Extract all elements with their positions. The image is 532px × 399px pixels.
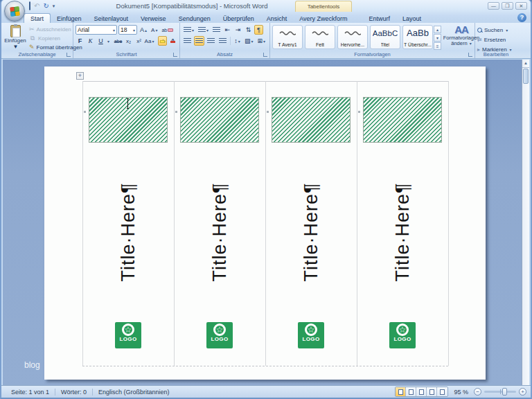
align-center-button[interactable] [194,36,204,46]
table-move-handle[interactable]: + [76,72,84,80]
align-right-button[interactable] [206,36,216,46]
zoom-slider-thumb[interactable] [502,388,507,396]
view-draft-button[interactable] [437,387,447,396]
status-language[interactable]: Englisch (Großbritannien) [93,389,175,396]
close-button[interactable]: ✕ [515,2,527,10]
font-color-button[interactable]: A [168,36,177,46]
subscript-button[interactable]: x₂ [124,36,133,46]
tab-avery-zweckform[interactable]: Avery Zweckform [293,14,353,23]
label-hatch-area[interactable] [272,97,351,143]
multilevel-list-icon [213,27,220,33]
borders-button[interactable]: ⊞▾ [256,36,267,46]
grow-font-button[interactable]: A▴ [139,25,148,35]
dialog-launcher-icon[interactable] [173,53,177,57]
tab-seitenlayout[interactable]: Seitenlayout [88,14,135,23]
dialog-launcher-icon[interactable] [263,53,267,57]
tab-ueberpruefen[interactable]: Überprüfen [217,14,260,23]
logo-placeholder[interactable]: ☆ LOGO [115,322,141,348]
tab-start[interactable]: Start [24,13,51,23]
align-left-button[interactable] [182,36,193,46]
show-formatting-marks-button[interactable]: ¶ [254,25,263,35]
clear-formatting-button[interactable]: ab [160,25,175,35]
vertical-scrollbar[interactable]: ▲ [522,60,529,385]
styles-scroll-down-icon[interactable]: ▾ [434,34,441,42]
format-painter-button[interactable]: ✎ Format übertragen [29,43,71,51]
shading-button[interactable]: ▨▾ [243,36,255,46]
paste-button[interactable]: Einfügen ▼ [3,24,27,50]
cut-button[interactable]: ✂ Ausschneiden [29,25,71,33]
numbering-button[interactable]: ▾ [197,25,210,35]
copy-button[interactable]: ⧉ Kopieren [29,34,71,42]
multilevel-list-button[interactable] [211,25,222,35]
scrollbar-thumb[interactable] [523,69,529,84]
status-word-count[interactable]: Wörter: 0 [55,389,92,396]
style-fett[interactable]: Fett [305,25,335,49]
label-hatch-area[interactable] [89,97,168,143]
zoom-level[interactable]: 95 % [451,389,471,396]
logo-placeholder[interactable]: ☆ LOGO [389,322,416,348]
font-family-combo[interactable]: Arial▾ [76,25,117,35]
document-viewport[interactable]: + Title·Here¶ ☆ LOGO Title·Here¶ ☆ [3,60,529,385]
strikethrough-button[interactable]: abe [114,36,123,46]
shrink-font-button[interactable]: A▾ [150,25,159,35]
zoom-in-button[interactable]: + [519,388,526,396]
superscript-button[interactable]: x² [134,36,143,46]
view-print-layout-button[interactable] [396,387,406,396]
view-web-layout-button[interactable] [416,387,427,396]
view-fullscreen-button[interactable] [406,387,416,396]
bold-button[interactable]: F [76,36,85,46]
zoom-out-button[interactable]: − [474,388,481,396]
label-hatch-area[interactable] [363,97,442,143]
style-hervorheben[interactable]: Hervorhe... [337,25,368,49]
logo-placeholder[interactable]: ☆ LOGO [298,322,324,348]
change-styles-button[interactable]: AA Formatvorlagen ändern ▾ [443,24,479,51]
repeat-button[interactable]: ↻ [43,2,48,10]
tab-einfuegen[interactable]: Einfügen [51,14,88,23]
tab-sendungen[interactable]: Sendungen [172,14,217,23]
label-hatch-area[interactable] [180,97,259,143]
label-title-text[interactable]: Title·Here¶ [209,182,231,281]
dialog-launcher-icon[interactable] [66,53,71,57]
label-title-text[interactable]: Title·Here¶ [392,182,414,281]
style-avery1[interactable]: T Avery1 [272,25,303,49]
status-page-count[interactable]: Seite: 1 von 1 [6,389,55,396]
tab-layout[interactable]: Layout [396,14,427,23]
find-button[interactable]: Suchen ▾ [477,26,515,34]
help-button[interactable]: ? [517,13,526,22]
dialog-launcher-icon[interactable] [468,53,472,57]
decrease-indent-button[interactable]: ⇤ [223,25,232,35]
replace-button[interactable]: ⇄ Ersetzen [477,35,515,44]
scroll-up-icon[interactable]: ▲ [522,60,529,68]
justify-button[interactable] [218,36,228,46]
chevron-down-icon: ▾ [470,42,472,46]
document-page[interactable]: + Title·Here¶ ☆ LOGO Title·Here¶ ☆ [44,66,486,380]
bullets-button[interactable]: ▾ [182,25,195,35]
qat-customize-dropdown-icon[interactable]: ▾ [53,2,55,10]
tab-verweise[interactable]: Verweise [134,14,172,23]
highlight-color-button[interactable]: ab [158,36,167,46]
label-title-text[interactable]: Title·Here¶ [118,182,139,281]
minimize-button[interactable]: — [488,2,499,10]
group-styles: T Avery1 Fett Hervorhe... AaBbC Tite [270,23,475,58]
font-size-combo[interactable]: 18▾ [118,25,137,35]
zoom-slider[interactable] [484,391,516,393]
view-outline-button[interactable] [427,387,437,396]
styles-scroll-up-icon[interactable]: ▴ [434,26,441,33]
tab-ansicht[interactable]: Ansicht [260,14,294,23]
save-button[interactable] [29,2,30,10]
logo-placeholder[interactable]: ☆ LOGO [206,322,233,348]
underline-button[interactable]: U [96,36,105,46]
style-titel[interactable]: AaBbC Titel [370,25,400,49]
style-ueberschrift[interactable]: AaBb T Überschr... [402,25,433,49]
line-spacing-button[interactable]: ↕▾ [233,36,242,46]
styles-more-icon[interactable]: ≡ [434,42,441,50]
undo-button[interactable]: ↶ [34,2,39,10]
tab-entwurf[interactable]: Entwurf [363,14,397,23]
change-case-button[interactable]: Aa▾ [145,36,154,46]
italic-button[interactable]: K [86,36,95,46]
restore-button[interactable]: ❒ [502,2,513,10]
label-title-text[interactable]: Title·Here¶ [301,182,322,281]
increase-indent-button[interactable]: ⇥ [233,25,242,35]
office-button[interactable] [4,1,25,21]
sort-button[interactable]: ⇅ [244,25,253,35]
